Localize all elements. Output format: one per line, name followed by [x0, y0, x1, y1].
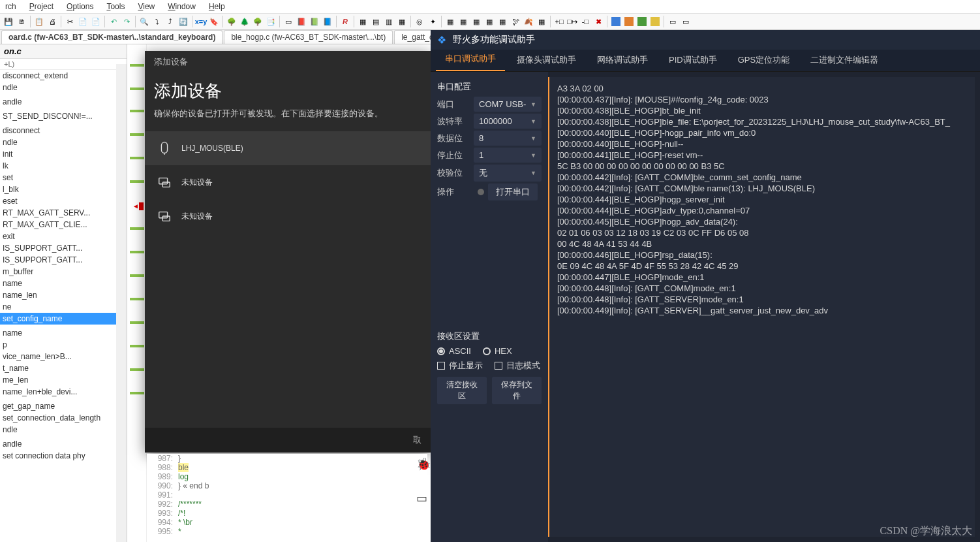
stop-select[interactable]: 1▼ — [474, 148, 542, 163]
terminal-icon[interactable]: ▭ — [416, 491, 431, 505]
outline-item[interactable]: m_buffer — [0, 266, 127, 278]
outline-item[interactable]: set_connection_data_length — [0, 412, 127, 424]
tb-target-icon[interactable]: ◎ — [414, 16, 425, 27]
tb-redo-icon[interactable]: ↷ — [121, 16, 132, 27]
tb-print-icon[interactable]: 🖨 — [46, 16, 58, 27]
tb-dove-icon[interactable]: 🕊 — [510, 16, 521, 27]
tb-lay-a[interactable]: ▭ — [667, 16, 679, 27]
tb-grid1-icon[interactable]: ▦ — [444, 16, 456, 27]
parity-select[interactable]: 无▼ — [474, 165, 542, 182]
device-item[interactable]: LHJ_MOUS(BLE) — [145, 131, 431, 165]
bug-icon[interactable]: 🐞 — [416, 457, 431, 471]
tb-xy-icon[interactable]: x=y — [195, 16, 207, 27]
outline-item[interactable]: ndle — [0, 136, 127, 148]
menu-tools[interactable]: Tools — [101, 1, 130, 12]
app-tab[interactable]: 网络调试助手 — [588, 49, 657, 71]
app-tab[interactable]: 摄像头调试助手 — [508, 49, 585, 71]
ascii-radio[interactable]: ASCII — [437, 346, 471, 356]
tb-cut-icon[interactable]: ✂ — [64, 16, 76, 27]
outline-item[interactable]: IS_SUPPORT_GATT... — [0, 254, 127, 266]
cancel-button[interactable]: 取 — [413, 435, 421, 445]
tb-sq-a[interactable] — [610, 16, 622, 27]
outline-item[interactable]: set — [0, 172, 127, 183]
tb-next-icon[interactable]: □↦ — [566, 16, 578, 27]
outline-item[interactable]: eset — [0, 195, 127, 207]
open-port-button[interactable]: 打开串口 — [488, 183, 538, 200]
outline-item[interactable]: andle — [0, 96, 127, 108]
tb-bookmark-icon[interactable]: 🔖 — [208, 16, 220, 27]
outline-item[interactable]: name_len — [0, 289, 127, 301]
tb-book-icon[interactable]: 📕 — [296, 16, 307, 27]
hex-radio[interactable]: HEX — [483, 346, 512, 356]
outline-item[interactable]: vice_name_len>B... — [0, 351, 127, 362]
outline-item[interactable]: disconnect_extend — [0, 70, 127, 82]
app-tab[interactable]: GPS定位功能 — [729, 49, 799, 71]
outline-list[interactable]: disconnect_extendndleandleST_SEND_DISCON… — [0, 70, 127, 462]
outline-item[interactable]: andle — [0, 438, 127, 450]
tb-save-icon[interactable]: 💾 — [3, 16, 14, 27]
menu-options[interactable]: Options — [61, 1, 99, 12]
outline-item[interactable]: ne — [0, 301, 127, 313]
tb-run-icon[interactable]: R — [339, 16, 351, 27]
outline-item[interactable]: set connection data phy — [0, 450, 127, 462]
app-tab[interactable]: 二进制文件编辑器 — [801, 49, 887, 71]
tab-board[interactable]: oard.c (fw-AC63_BT_SDK-master\..\standar… — [1, 30, 222, 44]
tb-grid6-icon[interactable]: ▦ — [536, 16, 547, 27]
tb-del-icon[interactable]: ✖ — [592, 16, 604, 27]
log-mode-checkbox[interactable]: 日志模式 — [495, 360, 540, 372]
tb-tree4-icon[interactable]: 📑 — [265, 16, 277, 27]
clear-recv-button[interactable]: 清空接收区 — [437, 377, 487, 404]
outline-item[interactable]: ndle — [0, 424, 127, 436]
code-editor[interactable]: 987:}988:ble989:log990:} « end b991:992:… — [147, 454, 427, 539]
tb-window-icon[interactable]: ▭ — [283, 16, 294, 27]
outline-item[interactable]: me_len — [0, 374, 127, 386]
tb-paste2-icon[interactable]: 📄 — [90, 16, 102, 27]
tb-star-icon[interactable]: ✦ — [427, 16, 438, 27]
tb-layout1-icon[interactable]: ▦ — [357, 16, 369, 27]
tb-find-icon[interactable]: 🔍 — [138, 16, 150, 27]
outline-item[interactable]: get_gap_name — [0, 400, 127, 412]
app-tab[interactable]: PID调试助手 — [660, 49, 726, 71]
menu-view[interactable]: View — [132, 1, 160, 12]
tb-undo-icon[interactable]: ↶ — [108, 16, 119, 27]
tb-findnext-icon[interactable]: ⤵ — [151, 16, 163, 27]
tb-layout4-icon[interactable]: ▦ — [396, 16, 408, 27]
tb-findprev-icon[interactable]: ⤴ — [164, 16, 176, 27]
outline-item[interactable]: name — [0, 327, 127, 339]
tb-plus-icon[interactable]: +□ — [553, 16, 565, 27]
outline-item[interactable]: init — [0, 148, 127, 160]
outline-item[interactable]: l_blk — [0, 183, 127, 195]
tb-tree3-icon[interactable]: 🌳 — [252, 16, 264, 27]
outline-item[interactable]: ST_SEND_DISCONN!=... — [0, 110, 127, 122]
save-file-button[interactable]: 保存到文件 — [492, 377, 542, 404]
outline-item[interactable]: lk — [0, 160, 127, 172]
tb-layout3-icon[interactable]: ▥ — [383, 16, 395, 27]
tab-blehogp[interactable]: ble_hogp.c (fw-AC63_BT_SDK-master\...\bt… — [224, 30, 393, 44]
log-output[interactable]: A3 3A 02 00[00:00:00.437][Info]: [MOUSE]… — [548, 77, 975, 537]
tb-tree-icon[interactable]: 🌳 — [226, 16, 237, 27]
outline-item[interactable]: RT_MAX_GATT_SERV... — [0, 207, 127, 219]
tb-sq-b[interactable] — [623, 16, 635, 27]
outline-item[interactable]: name_len+ble_devi... — [0, 386, 127, 398]
tb-replace-icon[interactable]: 🔄 — [177, 16, 189, 27]
tb-paste-icon[interactable]: 📄 — [77, 16, 89, 27]
outline-item[interactable]: set_config_name — [0, 313, 127, 325]
tb-lay-b[interactable]: ▭ — [680, 16, 692, 27]
menu-window[interactable]: Window — [162, 1, 201, 12]
baud-select[interactable]: 1000000▼ — [474, 114, 542, 129]
data-select[interactable]: 8▼ — [474, 131, 542, 146]
tb-book3-icon[interactable]: 📘 — [322, 16, 333, 27]
tb-grid4-icon[interactable]: ▦ — [483, 16, 495, 27]
tb-copy-icon[interactable]: 📋 — [33, 16, 45, 27]
tb-sq-c[interactable] — [636, 16, 648, 27]
outline-item[interactable]: name — [0, 278, 127, 289]
outline-item[interactable]: exit — [0, 231, 127, 242]
outline-item[interactable]: t_name — [0, 362, 127, 374]
tb-book2-icon[interactable]: 📗 — [309, 16, 320, 27]
tb-saveall-icon[interactable]: 🗎 — [16, 16, 27, 27]
outline-item[interactable]: ndle — [0, 82, 127, 93]
outline-item[interactable]: disconnect — [0, 125, 127, 136]
tb-sq-d[interactable] — [649, 16, 661, 27]
tb-layout2-icon[interactable]: ▤ — [370, 16, 382, 27]
stop-display-checkbox[interactable]: 停止显示 — [437, 360, 483, 372]
